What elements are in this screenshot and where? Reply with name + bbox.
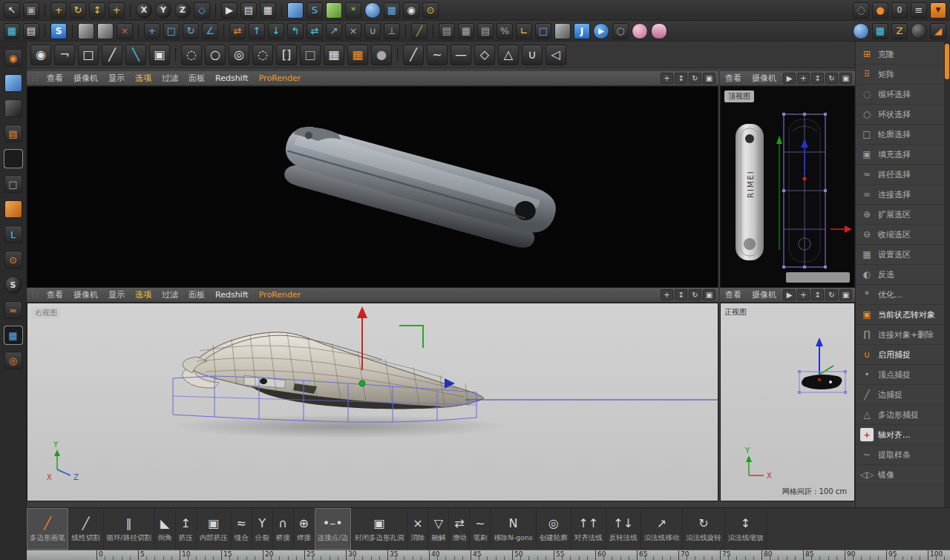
timeline-ruler[interactable]: 0510152025303540455055606570758085909510… [27, 550, 950, 560]
scale-tool-icon[interactable]: ↕ [89, 2, 105, 19]
bottom-tool[interactable]: ↻沿法线旋转 [683, 508, 725, 550]
arrow-ne-icon[interactable]: ↗ [326, 23, 342, 39]
array-grid-icon[interactable]: ▦ [4, 326, 22, 344]
command-item[interactable]: ≈路径选择 [856, 165, 944, 185]
bottom-tool[interactable]: •–•连接点/边 [315, 508, 352, 550]
layers-icon[interactable]: ▤ [4, 125, 22, 142]
command-item[interactable]: +轴对齐... [856, 425, 944, 445]
move-tool-icon[interactable]: + [50, 2, 67, 19]
bottom-tool[interactable]: ╱线性切割 [69, 508, 104, 550]
brush-tool-icon[interactable]: ╱ [403, 45, 424, 65]
viewport-menu-item[interactable]: 摄像机 [68, 73, 103, 84]
figure-object-icon[interactable] [364, 2, 381, 19]
plane-handle[interactable] [399, 326, 423, 348]
zoom-view-icon[interactable]: ↕ [675, 73, 687, 84]
cube-green-icon[interactable] [4, 150, 22, 168]
dotted-box-icon[interactable]: □ [300, 45, 321, 65]
command-item[interactable]: ◁▷镜像 [856, 465, 944, 485]
surface-pen-icon[interactable] [326, 2, 342, 19]
viewport-menu-item[interactable]: 查看 [720, 289, 747, 300]
command-item[interactable]: ╱边捕捉 [856, 385, 944, 405]
zoom-view-icon[interactable]: ↕ [811, 73, 824, 84]
layer-c-icon[interactable]: ▤ [477, 23, 494, 39]
axis-swap-icon[interactable]: ⊥ [384, 23, 400, 39]
arrange-up-icon[interactable]: ↑ [249, 23, 265, 39]
smooth-tool-icon[interactable]: ~ [427, 45, 448, 65]
grid-select-icon[interactable]: ▦ [324, 45, 344, 65]
menubar-grip-icon[interactable]: ⋮⋮ [27, 291, 42, 298]
viewport-expand-icon[interactable]: ▶ [783, 73, 796, 84]
team-render-icon[interactable]: ● [872, 2, 888, 19]
arrow-cross-icon[interactable]: × [345, 23, 361, 39]
mirror-tool-icon[interactable]: ◁ [546, 45, 566, 65]
right-view-viewport[interactable]: 右视图 [27, 303, 718, 501]
scrollbar-thumb[interactable] [945, 44, 949, 79]
half-sphere-icon[interactable] [853, 23, 869, 39]
y-axis-lock-icon[interactable]: Y [155, 2, 171, 19]
pan-view-icon[interactable]: + [661, 289, 673, 300]
viewport-menu-item[interactable]: 过滤 [157, 73, 183, 84]
volume-builder-icon[interactable]: ▦ [384, 2, 400, 19]
bottom-tool[interactable]: ▣内部挤压 [197, 508, 232, 550]
cube-outline-icon[interactable]: □ [4, 175, 22, 193]
bottom-tool[interactable]: N移除N-gons [491, 508, 536, 550]
arrow-pair-icon[interactable]: ⇄ [307, 23, 323, 39]
bottom-tool[interactable]: ◎创建轮廓 [537, 508, 571, 550]
viewport-menu-item[interactable]: ProRender [254, 290, 307, 300]
deform-icon[interactable]: ≈ [4, 301, 22, 319]
percent-icon[interactable]: % [497, 23, 513, 39]
frame-counter[interactable]: 0 [891, 2, 908, 19]
grid-uv-icon[interactable]: ▦ [347, 45, 368, 65]
capsule-pink-icon[interactable] [651, 23, 667, 39]
browser-globe-icon[interactable]: ◉ [4, 49, 22, 67]
pen-tool-icon[interactable]: ╲ [125, 45, 146, 65]
live-selection-icon[interactable]: ↖ [4, 2, 20, 19]
zoom-view-icon[interactable]: ↕ [675, 289, 687, 300]
swap-axis-icon[interactable]: ⇄ [229, 23, 246, 39]
top-view-viewport[interactable]: 顶视图 RIMEI [720, 86, 855, 288]
quick-access-icon[interactable]: ▼ [930, 2, 946, 19]
last-tool-icon[interactable]: + [108, 2, 125, 19]
light-object-icon[interactable]: ⊙ [422, 2, 439, 19]
bottom-tool[interactable]: ⇄滑动 [449, 508, 470, 550]
viewport-menu-item[interactable]: 查看 [720, 73, 747, 84]
bottom-tool[interactable]: ▣封闭多边形孔洞 [352, 508, 408, 550]
command-item[interactable]: ∏连接对象+删除 [856, 325, 944, 345]
sphere-pink-icon[interactable] [632, 23, 648, 39]
snap-small-icon[interactable]: ∪ [364, 23, 381, 39]
viewport-menu-item[interactable]: Redshift [210, 290, 254, 300]
bottom-tool[interactable]: Y分裂 [252, 508, 273, 550]
command-item[interactable]: ⊖收缩选区 [856, 225, 944, 245]
mouse-icon[interactable]: ⊙ [4, 251, 22, 269]
command-item[interactable]: ◌循环选择 [856, 85, 944, 105]
render-view-icon[interactable]: ▶ [221, 2, 238, 19]
bottom-tool[interactable]: ↑↓反转法线 [606, 508, 641, 550]
command-item[interactable]: ◐反选 [856, 265, 944, 285]
command-item[interactable]: ○环状选择 [856, 105, 944, 125]
sphere-brush-icon[interactable]: ◉ [30, 45, 51, 65]
origin-point-handle[interactable] [359, 381, 365, 386]
viewport-menu-item[interactable]: 显示 [103, 73, 130, 84]
viewport-menu-item[interactable]: 显示 [103, 289, 130, 300]
move-frame-icon[interactable]: + [144, 23, 160, 39]
toggle-view-icon[interactable]: ▣ [839, 289, 852, 300]
pan-view-icon[interactable]: + [661, 73, 673, 84]
command-item[interactable]: ▣填充选择 [856, 145, 944, 165]
group-tool-icon[interactable]: △ [498, 45, 519, 65]
command-item[interactable]: ∪启用捕捉 [856, 345, 944, 365]
command-item[interactable]: *优化... [856, 285, 944, 305]
command-item[interactable]: ▦设置选区 [856, 245, 944, 265]
viewport-menu-item[interactable]: 选项 [130, 289, 157, 300]
knife-small-icon[interactable]: ╱ [411, 23, 428, 39]
orange-wedge-icon[interactable]: ◢ [930, 23, 946, 39]
command-item[interactable]: ▣当前状态转对象 [856, 305, 944, 325]
command-item[interactable]: •顶点捕捉 [856, 365, 944, 385]
spline-corner-icon[interactable]: L [4, 225, 22, 243]
rotate-tool-icon[interactable]: ↻ [70, 2, 86, 19]
viewport-menu-item[interactable]: 面板 [183, 73, 210, 84]
toggle-view-icon[interactable]: ▣ [703, 289, 715, 300]
bottom-tool[interactable]: ↗沿法线移动 [641, 508, 684, 550]
zoom-view-icon[interactable]: ↕ [811, 289, 824, 300]
frame-box-icon[interactable]: □ [535, 23, 551, 39]
pan-view-icon[interactable]: + [797, 289, 810, 300]
